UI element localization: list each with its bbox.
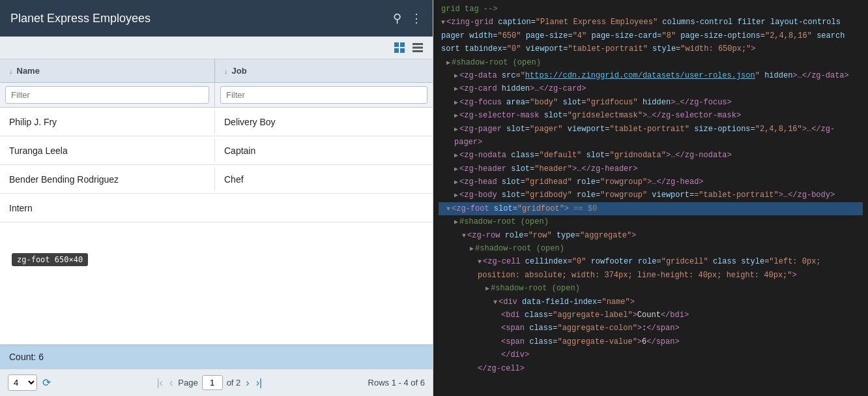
col-header-job[interactable]: ↓ Job <box>215 59 433 82</box>
filter-row <box>0 83 433 108</box>
col-job-label: Job <box>232 66 247 76</box>
table-row[interactable]: Bender Bending Rodriguez Chef <box>0 165 433 194</box>
job-cell: Delivery Boy <box>215 110 433 134</box>
dt-line-18[interactable]: ▼<div data-field-index="name"> <box>439 296 863 309</box>
dt-line-8[interactable]: ▶<zg-nodata class="default" slot="gridno… <box>439 149 863 162</box>
dt-line-23[interactable]: </zg-cell> <box>439 362 863 375</box>
grid-header: Planet Express Employees ⚲ ⋮ <box>0 0 433 37</box>
dt-line-15[interactable]: ▶#shadow-root (open) <box>439 242 863 255</box>
dt-line-13[interactable]: ▶#shadow-root (open) <box>439 215 863 228</box>
grid-panel: Planet Express Employees ⚲ ⋮ ↓ Name <box>0 0 433 396</box>
dt-line-7[interactable]: ▶<zg-pager slot="pager" viewport="tablet… <box>439 123 863 149</box>
dt-line-21[interactable]: <span class="aggregate-value">6</span> <box>439 335 863 348</box>
more-icon[interactable]: ⋮ <box>411 11 422 25</box>
name-cell: Turanga Leela <box>0 139 215 162</box>
dt-line-12[interactable]: ▼<zg-foot slot="gridfoot"> == $0 <box>439 202 863 215</box>
dt-line-10[interactable]: ▶<zg-head slot="gridhead" role="rowgroup… <box>439 175 863 189</box>
view-toolbar <box>0 37 433 59</box>
dt-line-0[interactable]: grid tag --> <box>439 3 863 16</box>
name-cell: Bender Bending Rodriguez <box>0 168 215 191</box>
svg-rect-6 <box>412 50 423 52</box>
dt-line-19[interactable]: <bdi class="aggregate-label">Count</bdi> <box>439 309 863 322</box>
refresh-button[interactable]: ⟳ <box>42 376 51 389</box>
dt-line-17[interactable]: ▶#shadow-root (open) <box>439 282 863 295</box>
data-rows: Philip J. Fry Delivery Boy Turanga Leela… <box>0 108 433 344</box>
dt-line-11[interactable]: ▶<zg-body slot="gridbody" role="rowgroup… <box>439 189 863 202</box>
table-row[interactable]: Philip J. Fry Delivery Boy <box>0 108 433 136</box>
list-view-icon[interactable] <box>411 40 425 55</box>
prev-page-button[interactable]: ‹ <box>168 377 174 389</box>
dt-line-20[interactable]: <span class="aggregate-colon">:</span> <box>439 322 863 335</box>
table-row-partial[interactable]: Intern <box>0 194 433 222</box>
last-page-button[interactable]: ›| <box>255 377 263 389</box>
grid-title: Planet Express Employees <box>10 12 151 25</box>
pager-bar: 4 2 8 16 ⟳ |‹ ‹ Page of 2 › ›| Rows 1 - … <box>0 369 433 396</box>
table-row[interactable]: Turanga Leela Captain <box>0 136 433 165</box>
svg-rect-1 <box>400 42 405 47</box>
pager-left: 4 2 8 16 ⟳ <box>8 374 51 391</box>
svg-rect-2 <box>394 48 399 53</box>
name-cell: Philip J. Fry <box>0 110 215 134</box>
dt-line-16[interactable]: ▼<zg-cell cellindex="0" rowfooter role="… <box>439 255 863 282</box>
dt-line-1[interactable]: ▼<zing-grid caption="Planet Express Empl… <box>439 16 863 55</box>
column-headers: ↓ Name ↓ Job <box>0 59 433 83</box>
grid-view-icon[interactable] <box>392 40 407 55</box>
sort-arrow-name: ↓ <box>9 67 13 75</box>
pager-center: |‹ ‹ Page of 2 › ›| <box>155 375 263 390</box>
page-size-select[interactable]: 4 2 8 16 <box>8 374 37 391</box>
first-page-button[interactable]: |‹ <box>155 377 164 389</box>
filter-job-input[interactable] <box>220 86 427 104</box>
dt-line-5[interactable]: ▶<zg-focus area="body" slot="gridfocus" … <box>439 96 863 109</box>
page-label: Page <box>178 378 197 388</box>
page-of-label: of 2 <box>227 378 241 388</box>
pager-rows-info: Rows 1 - 4 of 6 <box>368 378 425 388</box>
dt-line-22[interactable]: </div> <box>439 348 863 361</box>
svg-rect-4 <box>412 43 423 45</box>
dt-line-14[interactable]: ▼<zg-row role="row" type="aggregate"> <box>439 229 863 242</box>
count-label: Count: 6 <box>9 352 44 362</box>
col-header-name[interactable]: ↓ Name <box>0 59 215 82</box>
header-icons: ⚲ ⋮ <box>393 11 422 25</box>
job-cell: Captain <box>215 139 433 162</box>
devtools-panel: grid tag --> ▼<zing-grid caption="Planet… <box>433 0 868 396</box>
filter-name-input[interactable] <box>5 86 209 104</box>
dt-line-3[interactable]: ▶<zg-data src="https://cdn.zinggrid.com/… <box>439 69 863 82</box>
job-cell-partial: Intern <box>0 196 433 220</box>
footer-count: Count: 6 <box>0 344 433 369</box>
search-icon[interactable]: ⚲ <box>393 11 401 25</box>
page-input[interactable] <box>202 375 223 390</box>
svg-rect-0 <box>394 42 399 47</box>
sort-arrow-job: ↓ <box>224 67 228 75</box>
dt-line-6[interactable]: ▶<zg-selector-mask slot="gridselectmask"… <box>439 109 863 122</box>
filter-name-cell <box>0 83 215 107</box>
dt-line-4[interactable]: ▶<zg-card hidden>…</zg-card> <box>439 82 863 95</box>
filter-job-cell <box>215 83 433 107</box>
next-page-button[interactable]: › <box>244 377 250 389</box>
svg-rect-5 <box>412 47 423 49</box>
dt-line-2[interactable]: ▶#shadow-root (open) <box>439 56 863 69</box>
dt-line-9[interactable]: ▶<zg-header slot="header">…</zg-header> <box>439 162 863 175</box>
col-name-label: Name <box>17 66 40 76</box>
job-cell: Chef <box>215 168 433 191</box>
devtools-content: grid tag --> ▼<zing-grid caption="Planet… <box>433 0 868 378</box>
svg-rect-3 <box>400 48 405 53</box>
